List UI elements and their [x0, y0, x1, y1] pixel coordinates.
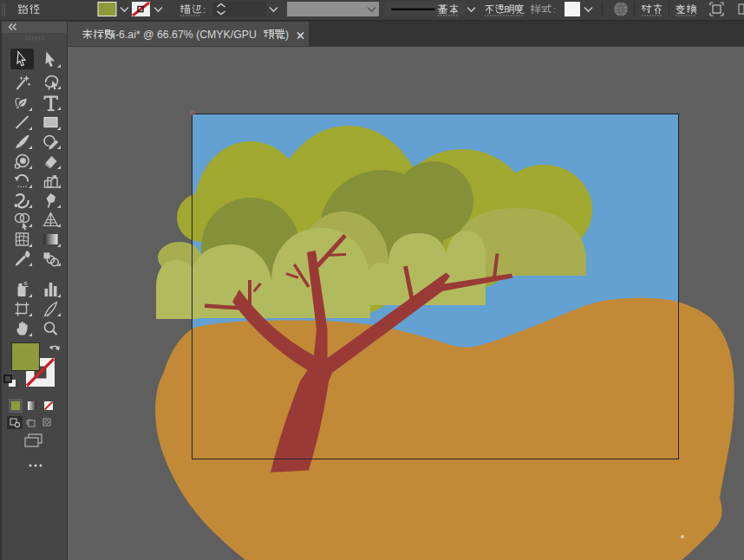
svg-text:-6.ai* @ 66.67% (CMYK/GPU: -6.ai* @ 66.67% (CMYK/GPU: [115, 29, 257, 41]
svg-text:): ): [285, 29, 289, 41]
svg-text::: :: [203, 4, 206, 15]
svg-text::: :: [553, 4, 556, 15]
